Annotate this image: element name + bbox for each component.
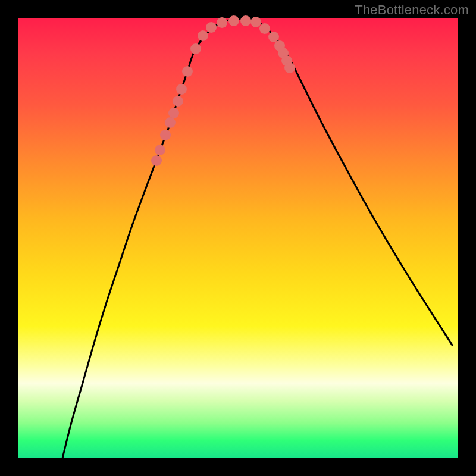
chart-svg [18, 18, 458, 458]
data-point [155, 145, 165, 155]
data-point [228, 15, 239, 26]
data-point [168, 108, 179, 118]
data-point [284, 62, 295, 73]
data-point [250, 17, 261, 27]
data-point [165, 117, 176, 128]
data-point [190, 43, 201, 54]
data-point [198, 30, 208, 41]
data-point [217, 17, 227, 28]
data-point [151, 155, 162, 166]
data-point [160, 130, 171, 140]
data-points-group [151, 15, 295, 166]
data-point [176, 84, 187, 95]
data-point [240, 15, 251, 26]
data-point [206, 22, 217, 33]
data-point [182, 66, 193, 77]
bottleneck-curve [62, 19, 452, 458]
watermark-text: TheBottleneck.com [355, 2, 469, 18]
data-point [173, 96, 183, 107]
plot-area [18, 18, 458, 458]
chart-frame: TheBottleneck.com [0, 0, 476, 476]
data-point [259, 23, 270, 34]
data-point [268, 32, 279, 42]
